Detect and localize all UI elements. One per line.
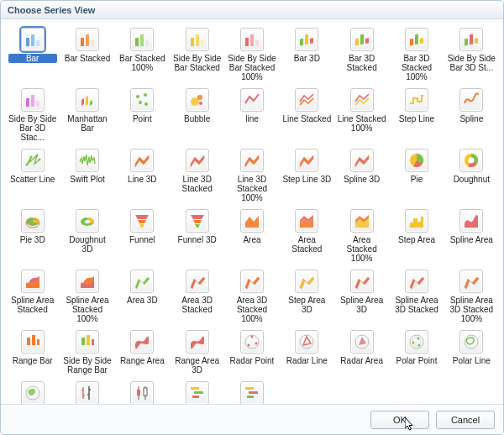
series-view-option[interactable]: Range Area 3D	[171, 328, 223, 378]
gantt-icon	[240, 381, 264, 404]
radar-pt-icon	[240, 330, 264, 354]
series-view-option[interactable]: Range Area	[116, 328, 169, 378]
series-view-option[interactable]: line	[225, 86, 278, 145]
series-view-label: Step Area	[392, 235, 441, 244]
series-view-option[interactable]: Radar Area	[335, 328, 388, 378]
series-view-option[interactable]: Radar Point	[225, 328, 278, 378]
series-view-option[interactable]: Gantt	[171, 380, 223, 404]
series-view-option[interactable]: Area 3D	[116, 268, 169, 327]
series-view-option[interactable]: Area 3D Stacked 100%	[225, 268, 278, 327]
splarea2-icon	[21, 270, 45, 293]
area3d-icon	[350, 270, 374, 293]
series-view-label: Radar Area	[338, 356, 386, 365]
series-view-option[interactable]: Manhattan Bar	[60, 86, 113, 145]
series-view-option[interactable]: Step Line	[390, 86, 443, 145]
series-view-option[interactable]: Bar 3D Stacked	[335, 26, 388, 85]
series-view-option[interactable]: Side By Side Bar Stacked 100%	[225, 26, 278, 85]
series-view-option[interactable]: Doughnut	[445, 147, 498, 206]
svg-rect-7	[140, 34, 144, 46]
bars-3d-icon	[295, 28, 318, 51]
series-view-label: Area 3D Stacked 100%	[228, 296, 276, 323]
series-view-label: Step Area 3D	[282, 296, 331, 314]
svg-marker-53	[139, 224, 144, 228]
series-view-option[interactable]: Side By Side Bar 3D Stac...	[6, 86, 59, 145]
series-view-label: Line 3D Stacked 100%	[228, 175, 276, 202]
gantt-icon	[186, 381, 209, 404]
series-view-option[interactable]: Bar 3D Stacked 100%	[390, 26, 443, 85]
series-view-option[interactable]: Spline Area 3D Stacked	[390, 268, 443, 327]
bars-v-icon	[240, 28, 264, 51]
series-view-option[interactable]: Swift Plot	[60, 147, 113, 206]
series-view-option[interactable]: Candle Stick	[116, 380, 169, 404]
series-view-option[interactable]: Bubble	[171, 86, 223, 145]
series-view-option[interactable]: Stock	[60, 380, 113, 404]
series-view-option[interactable]: Polar Area	[6, 380, 59, 404]
cancel-button[interactable]: Cancel	[436, 411, 495, 429]
svg-rect-60	[81, 338, 85, 345]
series-view-option[interactable]: Side By Side Gantt	[225, 380, 278, 404]
svg-point-36	[144, 102, 148, 106]
series-view-option[interactable]: Area Stacked	[281, 207, 333, 266]
series-view-option[interactable]: Spline Area 3D	[335, 268, 388, 327]
series-view-option[interactable]: Spline Area Stacked 100%	[60, 268, 113, 327]
series-view-option[interactable]: Area	[225, 207, 278, 266]
series-view-label: Spline	[447, 114, 496, 123]
svg-marker-70	[359, 337, 366, 345]
series-view-label: Pie	[392, 175, 441, 184]
ribbon-icon	[350, 149, 374, 172]
series-view-option[interactable]: Pie	[390, 147, 443, 206]
series-view-option[interactable]: Line 3D	[116, 147, 169, 206]
series-view-option[interactable]: Spline Area	[445, 207, 498, 266]
series-view-option[interactable]: Pie 3D	[6, 207, 59, 266]
svg-point-74	[412, 342, 414, 344]
series-view-option[interactable]: Step Area	[390, 207, 443, 266]
series-view-option[interactable]: Bar 3D	[281, 26, 333, 85]
series-view-option[interactable]: Bar Stacked	[60, 26, 113, 85]
series-view-option[interactable]: Spline	[445, 86, 498, 145]
series-view-option[interactable]: Funnel 3D	[171, 207, 223, 266]
series-view-option[interactable]: Doughnut 3D	[60, 207, 113, 266]
svg-rect-5	[91, 40, 94, 46]
series-view-label: Swift Plot	[63, 175, 112, 184]
series-view-option[interactable]: Polar Point	[390, 328, 443, 378]
svg-rect-12	[245, 38, 249, 46]
series-view-label: Polar Point	[392, 356, 441, 365]
series-view-option[interactable]: Scatter Line	[6, 147, 59, 206]
series-view-option[interactable]: Step Area 3D	[281, 268, 333, 327]
series-view-option[interactable]: Polar Line	[445, 328, 498, 378]
series-view-option[interactable]: Funnel	[116, 207, 169, 266]
series-view-label: Doughnut	[447, 175, 496, 184]
series-view-label: Side By Side Bar 3D Stac...	[8, 114, 57, 142]
bars-v-icon	[76, 28, 99, 51]
series-view-option[interactable]: Area Stacked 100%	[335, 207, 388, 266]
area3d-icon	[295, 270, 318, 293]
rangebar-icon	[21, 330, 45, 354]
series-view-option[interactable]: Side By Side Bar Stacked	[171, 26, 223, 85]
series-view-option[interactable]: Area 3D Stacked	[171, 268, 223, 327]
series-view-option[interactable]: Spline 3D	[335, 147, 388, 206]
series-view-option[interactable]: Spline Area Stacked	[6, 268, 59, 327]
funnel-icon	[186, 209, 209, 233]
series-view-option[interactable]: Step Line 3D	[281, 147, 333, 206]
svg-rect-8	[145, 40, 149, 46]
series-view-label: Spline Area 3D Stacked 100%	[447, 296, 496, 323]
series-view-option[interactable]: Side By Side Range Bar	[60, 328, 113, 378]
series-view-option[interactable]: Line 3D Stacked	[171, 147, 223, 206]
funnel-icon	[130, 209, 154, 233]
series-view-option[interactable]: Line 3D Stacked 100%	[225, 147, 278, 206]
series-view-label: Bar Stacked	[63, 54, 112, 63]
svg-rect-59	[37, 339, 39, 345]
series-view-option[interactable]: Line Stacked	[281, 86, 333, 145]
series-view-option[interactable]: Radar Line	[281, 328, 333, 378]
ok-button[interactable]: OK	[370, 411, 429, 429]
svg-rect-1	[31, 34, 34, 46]
series-view-option[interactable]: Side By Side Bar 3D St...	[445, 26, 498, 85]
series-view-option[interactable]: Line Stacked 100%	[335, 86, 388, 145]
series-view-option[interactable]: Bar Stacked 100%	[116, 26, 169, 85]
series-view-option[interactable]: Bar	[6, 26, 59, 85]
series-view-option[interactable]: Range Bar	[6, 328, 59, 378]
series-view-option[interactable]: Point	[116, 86, 169, 145]
svg-point-50	[85, 220, 90, 223]
step-icon	[405, 88, 428, 112]
series-view-option[interactable]: Spline Area 3D Stacked 100%	[445, 268, 498, 327]
